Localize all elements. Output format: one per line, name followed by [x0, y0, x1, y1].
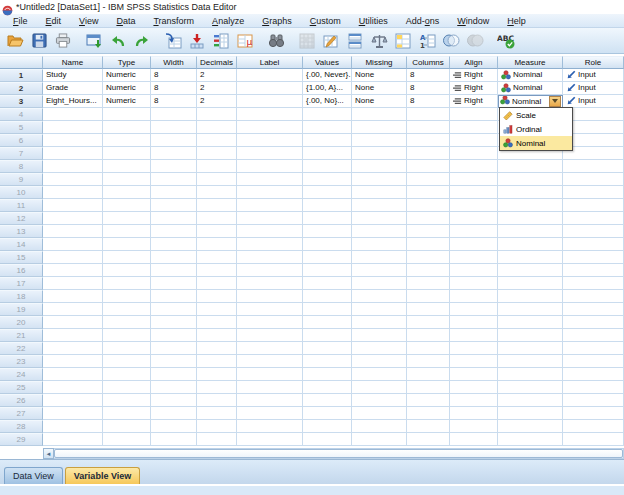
- cell-label[interactable]: [237, 368, 303, 381]
- cell-decimals[interactable]: [197, 342, 237, 355]
- cell-align[interactable]: [450, 381, 498, 394]
- variables-button[interactable]: [209, 30, 233, 52]
- cell-columns[interactable]: [407, 212, 450, 225]
- cell-align[interactable]: [450, 186, 498, 199]
- cell-missing[interactable]: [352, 303, 407, 316]
- cell-label[interactable]: [237, 82, 303, 95]
- cell-measure[interactable]: [498, 199, 563, 212]
- recall-dialogs-button[interactable]: [82, 30, 106, 52]
- column-header-missing[interactable]: Missing: [352, 56, 407, 69]
- cell-role[interactable]: [563, 186, 624, 199]
- cell-decimals[interactable]: [197, 368, 237, 381]
- row-number[interactable]: 1: [0, 69, 43, 82]
- cell-name[interactable]: [43, 134, 103, 147]
- cell-missing[interactable]: [352, 407, 407, 420]
- cell-values[interactable]: [303, 303, 352, 316]
- cell-decimals[interactable]: [197, 355, 237, 368]
- cell-name[interactable]: [43, 212, 103, 225]
- cell-width[interactable]: 8: [151, 82, 197, 95]
- cell-align[interactable]: [450, 277, 498, 290]
- cell-values[interactable]: [303, 290, 352, 303]
- cell-type[interactable]: [103, 160, 151, 173]
- cell-role[interactable]: [563, 251, 624, 264]
- cell-label[interactable]: [237, 186, 303, 199]
- cell-label[interactable]: [237, 108, 303, 121]
- cell-values[interactable]: [303, 134, 352, 147]
- cell-label[interactable]: [237, 329, 303, 342]
- row-number[interactable]: 15: [0, 251, 43, 264]
- cell-columns[interactable]: [407, 290, 450, 303]
- cell-align[interactable]: [450, 433, 498, 446]
- cell-columns[interactable]: [407, 303, 450, 316]
- cell-role[interactable]: [563, 342, 624, 355]
- cell-type[interactable]: [103, 173, 151, 186]
- cell-role[interactable]: [563, 329, 624, 342]
- cell-measure[interactable]: [498, 186, 563, 199]
- cell-align[interactable]: [450, 407, 498, 420]
- cell-role[interactable]: [563, 316, 624, 329]
- cell-role[interactable]: [563, 420, 624, 433]
- cell-name[interactable]: Grade: [43, 82, 103, 95]
- menu-edit[interactable]: Edit: [37, 16, 71, 26]
- column-header-align[interactable]: Align: [450, 56, 498, 69]
- cell-name[interactable]: [43, 173, 103, 186]
- cell-width[interactable]: [151, 238, 197, 251]
- cell-name[interactable]: [43, 121, 103, 134]
- cell-width[interactable]: [151, 381, 197, 394]
- cell-label[interactable]: [237, 407, 303, 420]
- cell-missing[interactable]: None: [352, 95, 407, 108]
- cell-name[interactable]: [43, 355, 103, 368]
- cell-type[interactable]: [103, 147, 151, 160]
- open-data-button[interactable]: [3, 30, 27, 52]
- row-number[interactable]: 23: [0, 355, 43, 368]
- cell-type[interactable]: [103, 212, 151, 225]
- cell-role[interactable]: [563, 368, 624, 381]
- cell-width[interactable]: [151, 134, 197, 147]
- cell-values[interactable]: [303, 329, 352, 342]
- cell-type[interactable]: [103, 355, 151, 368]
- cell-columns[interactable]: [407, 225, 450, 238]
- cell-missing[interactable]: [352, 212, 407, 225]
- cell-decimals[interactable]: [197, 199, 237, 212]
- cell-width[interactable]: [151, 420, 197, 433]
- cell-columns[interactable]: [407, 368, 450, 381]
- row-number[interactable]: 17: [0, 277, 43, 290]
- row-number[interactable]: 24: [0, 368, 43, 381]
- cell-type[interactable]: [103, 329, 151, 342]
- cell-missing[interactable]: [352, 238, 407, 251]
- cell-values[interactable]: [303, 186, 352, 199]
- cell-type[interactable]: [103, 264, 151, 277]
- cell-label[interactable]: [237, 277, 303, 290]
- cell-role[interactable]: [563, 264, 624, 277]
- use-variable-sets-button[interactable]: A1: [415, 30, 439, 52]
- cell-columns[interactable]: 8: [407, 69, 450, 82]
- cell-measure[interactable]: [498, 277, 563, 290]
- cell-align[interactable]: [450, 173, 498, 186]
- cell-columns[interactable]: [407, 277, 450, 290]
- cell-columns[interactable]: [407, 134, 450, 147]
- cell-missing[interactable]: [352, 342, 407, 355]
- cell-missing[interactable]: [352, 316, 407, 329]
- menu-addons[interactable]: Add-ons: [397, 16, 449, 26]
- cell-name[interactable]: [43, 264, 103, 277]
- cell-align[interactable]: [450, 238, 498, 251]
- cell-type[interactable]: [103, 381, 151, 394]
- measure-option-nominal[interactable]: Nominal: [500, 136, 572, 150]
- cell-measure[interactable]: [498, 251, 563, 264]
- cell-label[interactable]: [237, 121, 303, 134]
- measure-option-scale[interactable]: Scale: [500, 108, 572, 122]
- cell-role[interactable]: [563, 238, 624, 251]
- cell-width[interactable]: [151, 342, 197, 355]
- scrollbar-thumb[interactable]: [54, 449, 623, 458]
- cell-measure[interactable]: [498, 329, 563, 342]
- cell-decimals[interactable]: [197, 186, 237, 199]
- cell-measure[interactable]: [498, 290, 563, 303]
- cell-decimals[interactable]: [197, 108, 237, 121]
- cell-name[interactable]: [43, 199, 103, 212]
- column-header-width[interactable]: Width: [151, 56, 197, 69]
- cell-width[interactable]: [151, 264, 197, 277]
- cell-decimals[interactable]: [197, 381, 237, 394]
- cell-values[interactable]: [303, 160, 352, 173]
- cell-missing[interactable]: [352, 199, 407, 212]
- cell-columns[interactable]: [407, 186, 450, 199]
